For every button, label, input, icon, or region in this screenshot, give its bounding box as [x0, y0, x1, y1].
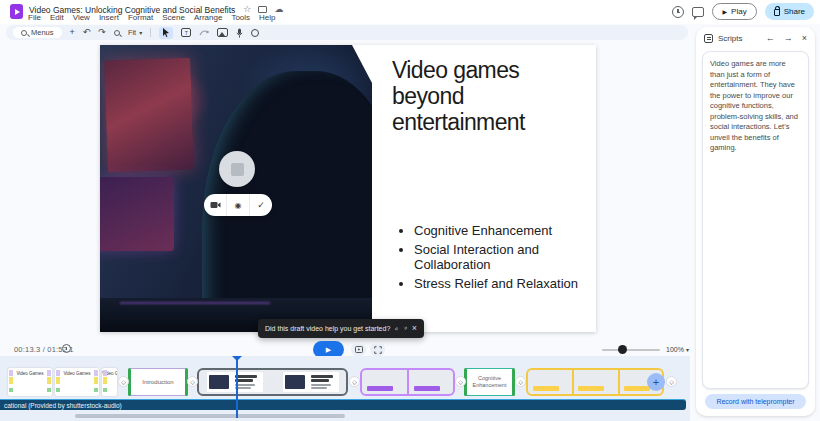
- menu-scene[interactable]: Scene: [162, 13, 185, 22]
- menus-search-button[interactable]: Menus: [13, 27, 62, 38]
- chevron-down-icon: ▾: [139, 29, 142, 36]
- script-text-box[interactable]: Video games are more than just a form of…: [702, 51, 809, 389]
- undo-button[interactable]: ↶: [83, 28, 91, 37]
- present-button[interactable]: [351, 342, 366, 357]
- menu-view[interactable]: View: [73, 13, 90, 22]
- clip-label: Cognitive Enhancement: [466, 375, 513, 388]
- confirm-button[interactable]: ✓: [249, 194, 272, 216]
- transition-icon: ◇: [121, 378, 126, 385]
- comments-icon[interactable]: [692, 7, 704, 17]
- caption-chip: [533, 386, 559, 391]
- prev-script-button[interactable]: ←: [766, 33, 775, 43]
- add-scene-button[interactable]: +: [70, 28, 75, 37]
- textbox-tool-button[interactable]: T: [181, 28, 191, 37]
- record-icon: ◉: [235, 201, 242, 210]
- thumbs-up-icon[interactable]: [395, 324, 398, 333]
- webcam-record-button[interactable]: [204, 194, 226, 216]
- videocam-icon: [210, 201, 221, 209]
- add-clip-button[interactable]: +: [647, 373, 665, 391]
- play-preview-button[interactable]: ▶ Play: [712, 3, 756, 20]
- timeline-clip-thumbnail[interactable]: Video Games: [55, 368, 99, 396]
- transition-button[interactable]: ◇: [118, 376, 129, 387]
- chevron-down-icon: ▾: [686, 346, 689, 353]
- toolbar-divider: [150, 28, 151, 37]
- zoom-tool-icon[interactable]: [114, 30, 120, 36]
- slide-shape-notch: [352, 45, 372, 83]
- scene-thumbnail[interactable]: [207, 372, 263, 392]
- webcam-placeholder-avatar[interactable]: [219, 151, 255, 187]
- thumbs-down-icon[interactable]: [404, 324, 407, 333]
- feedback-toast: Did this draft video help you get starte…: [258, 319, 424, 338]
- transition-button[interactable]: ◇: [666, 376, 677, 387]
- timeline-zoom-slider-knob[interactable]: [618, 345, 627, 354]
- clip-label: Video Games: [55, 371, 99, 376]
- search-icon: [21, 30, 27, 36]
- redo-button[interactable]: ↷: [98, 28, 106, 37]
- playhead[interactable]: [236, 358, 238, 418]
- speaker-chip: [367, 386, 393, 391]
- audio-track[interactable]: cational (Provided by shutterstock-audio…: [0, 399, 686, 410]
- version-history-icon[interactable]: [672, 6, 684, 18]
- laser-pointer-tool-button[interactable]: [199, 28, 209, 37]
- timeline-group-purple[interactable]: [360, 368, 455, 396]
- transition-icon: ◇: [458, 378, 463, 385]
- mic-tool-button[interactable]: [236, 28, 243, 38]
- next-script-button[interactable]: →: [784, 33, 793, 43]
- timeline-zoom-slider[interactable]: [602, 349, 660, 351]
- move-folder-icon[interactable]: [258, 6, 267, 13]
- menu-help[interactable]: Help: [259, 13, 275, 22]
- plus-icon: +: [653, 376, 659, 388]
- timeline: Video Games Video Games Video Games ◇ In…: [0, 356, 690, 421]
- timeline-clip-introduction[interactable]: Introduction: [129, 368, 187, 396]
- transition-button[interactable]: ◇: [455, 376, 466, 387]
- transition-button[interactable]: ◇: [187, 376, 198, 387]
- titlebar: Video Games: Unlocking Cognitive and Soc…: [0, 0, 820, 24]
- toast-close-icon[interactable]: ×: [412, 324, 417, 333]
- select-tool-button[interactable]: [159, 27, 173, 39]
- timeline-clip-cognitive-enhancement[interactable]: Cognitive Enhancement: [465, 368, 514, 396]
- play-button-label: Play: [731, 7, 747, 16]
- timeline-clip-thumbnail[interactable]: Video Games: [8, 368, 52, 396]
- menu-insert[interactable]: Insert: [99, 13, 119, 22]
- transition-button[interactable]: ◇: [349, 376, 360, 387]
- timeline-clip-thumbnail[interactable]: Video Games: [102, 368, 117, 396]
- play-icon: ▶: [722, 8, 727, 15]
- fullscreen-button[interactable]: [370, 342, 385, 357]
- scripts-panel-title: Scripts: [718, 34, 761, 43]
- caption-chip: [578, 386, 604, 391]
- timeline-group-yellow[interactable]: +: [526, 368, 664, 396]
- shapes-tool-button[interactable]: [251, 29, 259, 37]
- scene-thumbnail[interactable]: [283, 372, 339, 392]
- scripts-icon: [704, 34, 713, 43]
- zoom-level-select[interactable]: 100% ▾: [662, 342, 693, 356]
- caption-chip: [624, 386, 650, 391]
- image-placeholder-icon: [231, 163, 244, 176]
- fullscreen-icon: [374, 346, 382, 354]
- vids-logo-icon[interactable]: [10, 4, 23, 19]
- close-panel-icon[interactable]: ×: [802, 33, 807, 43]
- transition-icon: ◇: [669, 378, 674, 385]
- transition-button[interactable]: ◇: [515, 376, 526, 387]
- fit-label: Fit: [128, 28, 136, 37]
- audio-track-label: cational (Provided by shutterstock-audio…: [4, 402, 686, 409]
- timeline-scrollbar[interactable]: [75, 414, 345, 418]
- menu-format[interactable]: Format: [128, 13, 153, 22]
- timeline-group-selected[interactable]: [197, 368, 348, 396]
- media-tool-button[interactable]: [217, 28, 228, 37]
- duration-info-icon[interactable]: [62, 344, 71, 353]
- record-with-teleprompter-button[interactable]: Record with teleprompter: [705, 394, 806, 409]
- slide-canvas[interactable]: ◉ ✓ Video games beyond entertainment Cog…: [100, 45, 596, 332]
- fit-zoom-select[interactable]: Fit ▾: [128, 28, 142, 37]
- share-button-label: Share: [784, 7, 805, 16]
- toast-message: Did this draft video help you get starte…: [265, 325, 390, 332]
- photo-monitor-lower: [100, 177, 174, 251]
- slide-bullet-list[interactable]: Cognitive Enhancement Social Interaction…: [396, 223, 588, 294]
- menu-tools[interactable]: Tools: [231, 13, 250, 22]
- menu-arrange[interactable]: Arrange: [194, 13, 222, 22]
- webcam-capture-button[interactable]: ◉: [226, 194, 249, 216]
- menu-file[interactable]: File: [28, 13, 41, 22]
- share-button[interactable]: Share: [765, 3, 814, 20]
- slide-title[interactable]: Video games beyond entertainment: [392, 58, 577, 135]
- zoom-level-value: 100%: [666, 346, 684, 353]
- menu-edit[interactable]: Edit: [50, 13, 64, 22]
